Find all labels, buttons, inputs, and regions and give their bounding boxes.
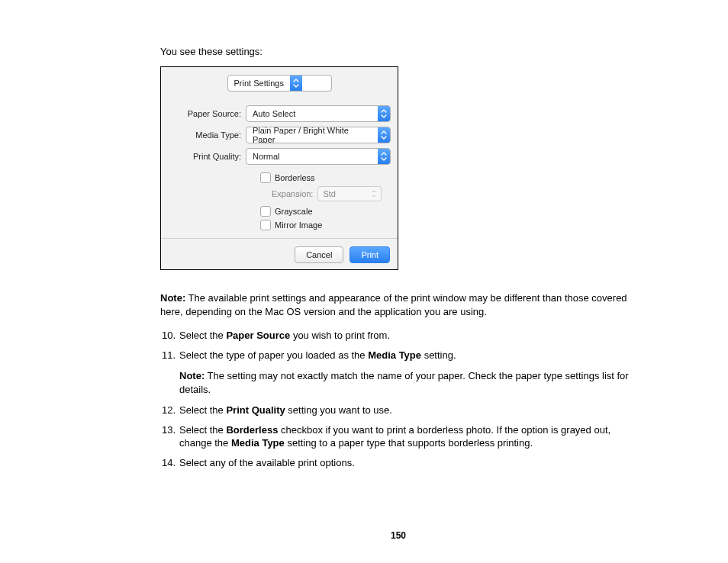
checkbox-icon (260, 206, 271, 217)
paper-source-select[interactable]: Auto Select (246, 105, 391, 122)
media-type-label: Media Type: (169, 130, 241, 140)
paper-source-value: Auto Select (246, 109, 378, 118)
expansion-label: Expansion: (272, 189, 313, 198)
checkbox-icon (260, 220, 271, 230)
chevron-updown-icon (290, 76, 302, 91)
borderless-label: Borderless (275, 173, 315, 182)
intro-text: You see these settings: (160, 46, 636, 57)
print-settings-dialog: Print Settings Paper Source: Auto Select… (160, 66, 398, 270)
note-body: The available print settings and appeara… (160, 292, 627, 317)
media-type-value: Plain Paper / Bright White Paper (246, 127, 378, 143)
print-quality-label: Print Quality: (169, 152, 241, 161)
note-prefix: Note: (160, 292, 185, 304)
page-number: 150 (160, 530, 636, 541)
cancel-button-label: Cancel (306, 250, 332, 259)
document-page: You see these settings: Print Settings P… (0, 0, 728, 563)
note-block-1: Note: The available print settings and a… (160, 291, 636, 318)
grayscale-label: Grayscale (275, 207, 313, 216)
chevron-updown-icon (372, 190, 376, 198)
expansion-select[interactable]: Std (317, 186, 382, 201)
chevron-updown-icon (378, 149, 390, 164)
grayscale-checkbox-row[interactable]: Grayscale (260, 206, 390, 217)
checkbox-icon (260, 172, 271, 183)
steps-list: Select the Paper Source you wish to prin… (160, 329, 636, 469)
expansion-row: Expansion: Std (272, 186, 390, 201)
step-14: Select any of the available print option… (160, 456, 636, 470)
paper-source-label: Paper Source: (169, 109, 241, 118)
mirror-checkbox-row[interactable]: Mirror Image (260, 220, 390, 230)
borderless-checkbox-row[interactable]: Borderless (260, 172, 390, 183)
print-quality-value: Normal (246, 152, 378, 161)
step-12: Select the Print Quality setting you wan… (160, 404, 636, 417)
step-13: Select the Borderless checkbox if you wa… (160, 423, 636, 450)
chevron-updown-icon (378, 106, 390, 121)
divider (161, 238, 398, 239)
section-dropdown[interactable]: Print Settings (227, 75, 332, 92)
cancel-button[interactable]: Cancel (295, 246, 343, 263)
print-quality-select[interactable]: Normal (246, 148, 391, 165)
media-type-select[interactable]: Plain Paper / Bright White Paper (246, 127, 391, 143)
print-button-label: Print (361, 250, 378, 259)
print-button[interactable]: Print (350, 246, 390, 263)
mirror-label: Mirror Image (275, 220, 322, 230)
expansion-value: Std (323, 189, 336, 198)
step-11-note: Note: The setting may not exactly match … (179, 369, 636, 396)
chevron-updown-icon (378, 127, 390, 143)
step-10: Select the Paper Source you wish to prin… (160, 329, 636, 343)
step-11: Select the type of paper you loaded as t… (160, 349, 636, 397)
section-dropdown-value: Print Settings (228, 79, 290, 88)
